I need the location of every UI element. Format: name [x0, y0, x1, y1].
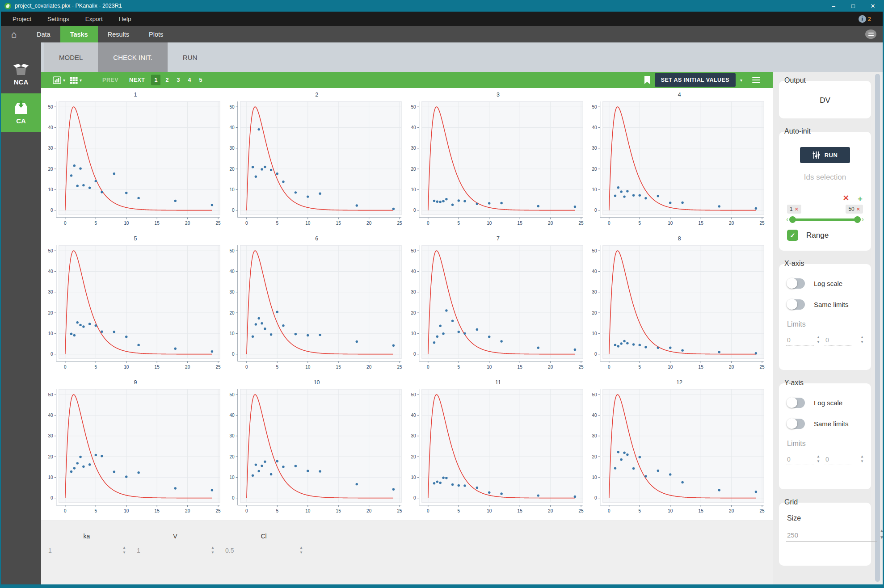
x-log-scale-toggle[interactable] — [787, 278, 805, 289]
right-panel-scrollbar[interactable] — [875, 74, 880, 582]
menu-export[interactable]: Export — [77, 12, 111, 26]
page-button-2[interactable]: 2 — [162, 75, 172, 85]
range-max-chip[interactable]: 50 ✕ — [846, 205, 863, 214]
svg-text:20: 20 — [48, 167, 53, 172]
svg-text:5: 5 — [639, 365, 641, 370]
output-label: Output — [784, 76, 806, 84]
svg-text:20: 20 — [592, 311, 598, 315]
range-min-chip[interactable]: 1 ✕ — [787, 205, 801, 214]
page-button-4[interactable]: 4 — [185, 75, 194, 85]
slider-track[interactable] — [790, 218, 859, 221]
maximize-button[interactable]: □ — [843, 0, 863, 12]
x-same-limits-toggle[interactable] — [787, 299, 805, 310]
svg-text:10: 10 — [411, 475, 416, 480]
next-page-button[interactable]: NEXT — [129, 77, 145, 83]
x-limit-min-stepper[interactable]: ▲▼ — [817, 336, 820, 346]
param-cl-input[interactable] — [224, 546, 297, 556]
set-initial-dropdown-caret[interactable]: ▾ — [740, 78, 742, 83]
bookmark-icon[interactable] — [644, 76, 650, 84]
y-limit-max-input[interactable] — [825, 455, 852, 465]
svg-text:20: 20 — [592, 454, 598, 459]
task-tab-run[interactable]: RUN — [168, 42, 213, 72]
task-tab-model[interactable]: MODEL — [44, 42, 98, 72]
plot-canvas-4[interactable]: 010203040500510152025 — [589, 98, 770, 232]
page-button-1[interactable]: 1 — [151, 75, 160, 85]
page-button-3[interactable]: 3 — [173, 75, 183, 85]
svg-text:20: 20 — [729, 365, 734, 370]
plot-canvas-7[interactable]: 010203040500510152025 — [408, 242, 589, 376]
y-same-limits-toggle[interactable] — [787, 419, 805, 429]
tab-data[interactable]: Data — [27, 26, 60, 42]
auto-init-run-button[interactable]: RUN — [800, 147, 850, 163]
y-limit-min-input[interactable] — [786, 455, 814, 465]
plot-2: 2010203040500510152025 — [226, 89, 408, 233]
range-checkbox[interactable]: ✓ — [787, 230, 798, 241]
param-v-input[interactable] — [136, 546, 208, 556]
y-limit-max-stepper[interactable]: ▲▼ — [860, 455, 864, 465]
page-button-5[interactable]: 5 — [196, 75, 205, 85]
close-button[interactable]: ✕ — [863, 0, 883, 12]
info-icon[interactable]: i — [859, 15, 866, 23]
plot-canvas-11[interactable]: 010203040500510152025 — [408, 386, 589, 520]
svg-text:0: 0 — [608, 365, 610, 370]
plot-canvas-9[interactable]: 010203040500510152025 — [45, 386, 226, 520]
svg-text:20: 20 — [411, 167, 416, 172]
plot-canvas-2[interactable]: 010203040500510152025 — [226, 98, 408, 232]
slider-right-chevron[interactable]: › — [862, 215, 864, 223]
param-ka-input[interactable] — [47, 546, 120, 556]
menu-project[interactable]: Project — [1, 12, 39, 26]
slider-handle-min[interactable] — [789, 216, 796, 223]
grid-size-stepper[interactable]: ▲▼ — [880, 529, 883, 542]
clear-ids-icon[interactable]: ✕ — [843, 193, 849, 204]
svg-text:15: 15 — [336, 221, 341, 226]
svg-text:50: 50 — [592, 392, 598, 397]
slider-left-chevron[interactable]: ‹ — [786, 215, 788, 223]
tab-tasks[interactable]: Tasks — [60, 26, 98, 42]
plot-canvas-10[interactable]: 010203040500510152025 — [226, 386, 408, 520]
svg-text:10: 10 — [487, 221, 492, 226]
svg-text:25: 25 — [760, 221, 765, 226]
menu-icon[interactable] — [752, 77, 760, 84]
plot-canvas-12[interactable]: 010203040500510152025 — [589, 386, 770, 520]
menu-help[interactable]: Help — [111, 12, 139, 26]
grid-size-input[interactable] — [786, 530, 877, 542]
plot-canvas-1[interactable]: 010203040500510152025 — [45, 98, 226, 232]
slider-handle-max[interactable] — [854, 216, 861, 223]
svg-text:10: 10 — [487, 508, 492, 513]
y-limit-min-stepper[interactable]: ▲▼ — [817, 455, 820, 465]
tab-plots[interactable]: Plots — [139, 26, 173, 42]
remove-min-icon[interactable]: ✕ — [795, 206, 799, 212]
svg-text:15: 15 — [517, 365, 522, 370]
tab-results[interactable]: Results — [98, 26, 139, 42]
x-limit-max-input[interactable] — [825, 336, 852, 346]
plot-canvas-6[interactable]: 010203040500510152025 — [226, 242, 408, 376]
ids-range-slider[interactable]: ‹ › — [786, 215, 864, 223]
x-limit-min-input[interactable] — [786, 336, 814, 346]
menu-settings[interactable]: Settings — [39, 12, 77, 26]
plot-canvas-8[interactable]: 010203040500510152025 — [589, 242, 770, 376]
sidebar-item-ca[interactable]: CA — [1, 93, 41, 132]
home-icon[interactable]: ⌂ — [1, 26, 27, 42]
prev-page-button[interactable]: PREV — [102, 77, 118, 83]
layout-grid-button[interactable]: ▾ — [70, 76, 82, 84]
svg-text:40: 40 — [48, 269, 53, 274]
comments-icon[interactable] — [865, 29, 876, 39]
svg-text:5: 5 — [94, 221, 97, 226]
param-ka-stepper[interactable]: ▲▼ — [122, 546, 126, 556]
y-log-scale-toggle[interactable] — [787, 398, 805, 408]
task-tab-check-init[interactable]: CHECK INIT. — [98, 42, 168, 72]
svg-text:10: 10 — [592, 187, 598, 192]
set-as-initial-values-button[interactable]: SET AS INITIAL VALUES — [655, 73, 736, 87]
open-box-icon — [13, 63, 29, 76]
x-limit-max-stepper[interactable]: ▲▼ — [860, 336, 864, 346]
param-cl-stepper[interactable]: ▲▼ — [299, 546, 303, 556]
add-ids-icon[interactable]: ＋ — [856, 193, 864, 204]
minimize-button[interactable]: – — [824, 0, 843, 12]
plot-canvas-3[interactable]: 010203040500510152025 — [408, 98, 589, 232]
sidebar-item-nca[interactable]: NCA — [1, 55, 41, 93]
plot-type-button[interactable]: ▾ — [53, 76, 65, 84]
plot-canvas-5[interactable]: 010203040500510152025 — [45, 242, 226, 376]
svg-text:10: 10 — [668, 508, 673, 513]
param-v-stepper[interactable]: ▲▼ — [211, 546, 215, 556]
remove-max-icon[interactable]: ✕ — [856, 206, 860, 212]
